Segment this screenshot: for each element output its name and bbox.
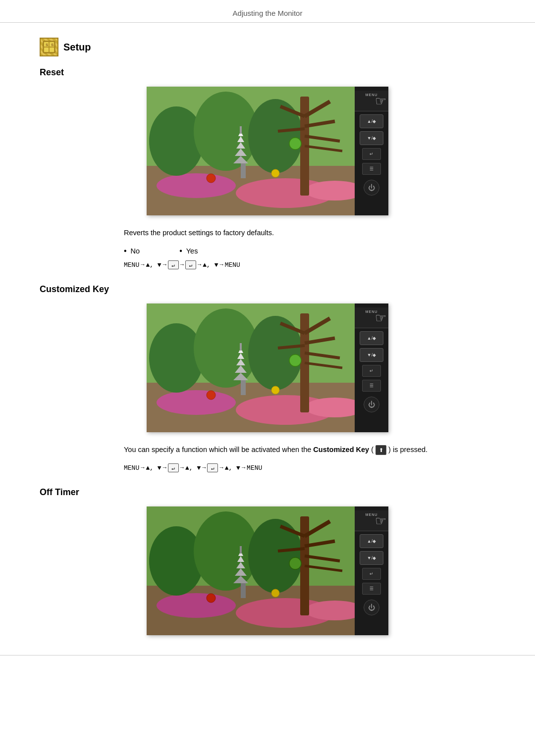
enter-button-1: ↵ xyxy=(362,148,381,160)
svg-rect-53 xyxy=(240,343,242,351)
reset-options: • No • Yes xyxy=(124,247,456,255)
off-timer-section: Off Timer xyxy=(40,487,495,635)
side-menu-top-3: MENU ☞ xyxy=(355,510,388,531)
svg-point-59 xyxy=(157,593,236,618)
enter-button-3: ↵ xyxy=(362,568,381,580)
svg-rect-78 xyxy=(240,546,242,554)
up-down-button-1: ▲/◆ xyxy=(360,114,383,128)
svg-point-81 xyxy=(271,589,279,597)
svg-point-54 xyxy=(289,354,301,366)
svg-point-55 xyxy=(207,391,215,400)
up-down-button-2: ▲/◆ xyxy=(360,331,383,345)
page-title: Adjusting the Monitor xyxy=(233,9,303,17)
svg-rect-22 xyxy=(241,163,246,178)
garden-svg-2 xyxy=(147,303,355,432)
svg-rect-4 xyxy=(50,48,54,52)
svg-point-79 xyxy=(289,557,301,569)
option-yes: • Yes xyxy=(179,247,198,255)
power-button-1: ⏻ xyxy=(364,180,379,196)
menu-button-3: ☰ xyxy=(362,583,381,595)
svg-rect-28 xyxy=(240,126,242,134)
svg-point-64 xyxy=(248,519,303,593)
monitor-side-1: MENU ☞ ▲/◆ ▼/◆ ↵ ☰ ⏻ xyxy=(355,87,388,215)
power-button-2: ⏻ xyxy=(364,397,379,412)
hand-pointer-icon-2: ☞ xyxy=(375,310,386,326)
svg-point-30 xyxy=(207,174,215,183)
up-down-button-3: ▲/◆ xyxy=(360,534,383,548)
monitor-screen-3 xyxy=(147,506,355,635)
customized-key-monitor-image: MENU ☞ ▲/◆ ▼/◆ ↵ ☰ ⏻ xyxy=(40,303,495,432)
setup-label: Setup xyxy=(63,42,91,53)
down-io-button-1: ▼/◆ xyxy=(360,131,383,145)
menu-button-1: ☰ xyxy=(362,163,381,175)
hand-pointer-icon-3: ☞ xyxy=(375,513,386,529)
svg-point-14 xyxy=(248,99,303,173)
setup-heading: S S Setup xyxy=(40,38,495,56)
hand-pointer-icon-1: ☞ xyxy=(375,94,386,109)
monitor-side-2: MENU ☞ ▲/◆ ▼/◆ ↵ ☰ ⏻ xyxy=(355,303,388,432)
power-button-3: ⏻ xyxy=(364,600,379,615)
monitor-screen-2 xyxy=(147,303,355,432)
svg-text:S: S xyxy=(46,43,49,47)
monitor-side-3: MENU ☞ ▲/◆ ▼/◆ ↵ ☰ ⏻ xyxy=(355,506,388,635)
garden-svg-3 xyxy=(147,506,355,635)
page-header: Adjusting the Monitor xyxy=(0,0,535,23)
page-footer xyxy=(0,655,535,669)
svg-rect-72 xyxy=(241,583,246,598)
svg-point-31 xyxy=(271,169,279,177)
customized-key-section: Customized Key xyxy=(40,284,495,472)
svg-point-56 xyxy=(271,386,279,394)
option-no: • No xyxy=(124,247,140,255)
reset-description: Reverts the product settings to factory … xyxy=(124,227,456,239)
side-menu-top-1: MENU ☞ xyxy=(355,91,388,111)
customized-key-icon: ⬆ xyxy=(375,445,386,455)
down-io-button-3: ▼/◆ xyxy=(360,551,383,565)
side-menu-top-2: MENU ☞ xyxy=(355,307,388,328)
customized-key-title: Customized Key xyxy=(40,284,495,295)
off-timer-title: Off Timer xyxy=(40,487,495,498)
reset-nav: MENU → ▲, ▼ → ↵ → ↵ → ▲, ▼ → MENU xyxy=(124,260,456,269)
setup-icon: S S xyxy=(40,38,58,56)
svg-text:S: S xyxy=(51,43,54,47)
svg-point-39 xyxy=(248,316,303,390)
enter-button-2: ↵ xyxy=(362,365,381,377)
svg-rect-47 xyxy=(241,380,246,395)
content-area: S S Setup Reset xyxy=(0,38,535,635)
monitor-screen-1 xyxy=(147,87,355,215)
off-timer-monitor-image: MENU ☞ ▲/◆ ▼/◆ ↵ ☰ ⏻ xyxy=(40,506,495,635)
customized-key-description: You can specify a function which will be… xyxy=(124,444,456,455)
svg-point-80 xyxy=(207,594,215,603)
garden-svg-1 xyxy=(147,87,355,215)
reset-monitor-image: MENU ☞ ▲/◆ ▼/◆ ↵ ☰ ⏻ xyxy=(40,87,495,215)
svg-point-29 xyxy=(289,138,301,150)
svg-point-34 xyxy=(157,390,236,415)
setup-icon-svg: S S xyxy=(42,40,56,54)
customized-key-nav: MENU → ▲, ▼ → ↵ → ▲, ▼ → ↵ → ▲, ▼ → MENU xyxy=(124,463,456,472)
reset-title: Reset xyxy=(40,67,495,78)
menu-button-2: ☰ xyxy=(362,380,381,392)
down-io-button-2: ▼/◆ xyxy=(360,348,383,362)
svg-point-9 xyxy=(157,173,236,198)
reset-section: Reset xyxy=(40,67,495,269)
svg-rect-3 xyxy=(44,48,49,52)
